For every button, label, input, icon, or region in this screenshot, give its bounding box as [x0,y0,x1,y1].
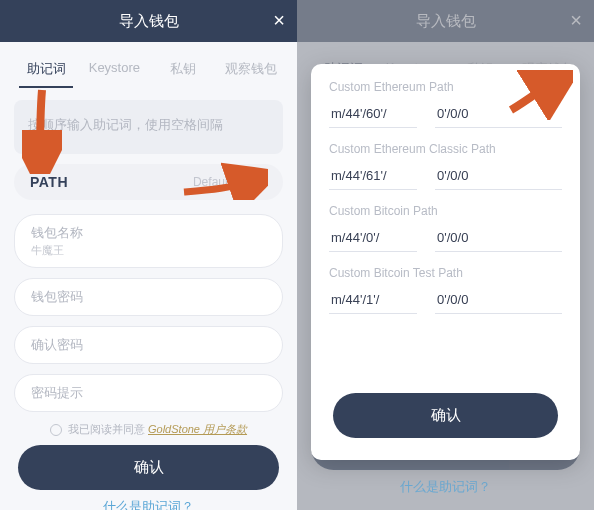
terms-link[interactable]: GoldStone 用户条款 [148,423,247,435]
form: 按顺序输入助记词，使用空格间隔 PATH Default Path › 钱包名称… [0,92,297,510]
path-label: PATH [30,174,68,190]
path-suffix-input[interactable]: 0'/0/0 [435,100,562,128]
modal-confirm-button[interactable]: 确认 [333,393,558,438]
wallet-password-field[interactable]: 钱包密码 [14,278,283,316]
path-prefix-input[interactable]: m/44'/61'/ [329,162,417,190]
confirm-button[interactable]: 确认 [18,445,279,490]
close-icon[interactable]: × [273,10,285,30]
header: 导入钱包 × [0,0,297,42]
phone-left: 导入钱包 × 助记词 Keystore 私钥 观察钱包 按顺序输入助记词，使用空… [0,0,297,510]
path-prefix-input[interactable]: m/44'/0'/ [329,224,417,252]
mnemonic-input[interactable]: 按顺序输入助记词，使用空格间隔 [14,100,283,154]
path-selector[interactable]: PATH Default Path › [14,164,283,200]
wallet-name-field[interactable]: 钱包名称 牛魔王 [14,214,283,268]
path-group-etc: Custom Ethereum Classic Path m/44'/61'/ … [329,142,562,190]
tab-keystore[interactable]: Keystore [80,56,148,86]
path-group-eth: Custom Ethereum Path m/44'/60'/ 0'/0/0 [329,80,562,128]
tab-watch[interactable]: 观察钱包 [217,56,285,86]
password-hint-field[interactable]: 密码提示 [14,374,283,412]
agreement-row: 我已阅读并同意 GoldStone 用户条款 [14,422,283,437]
tab-mnemonic[interactable]: 助记词 [12,56,80,86]
checkbox-icon[interactable] [50,424,62,436]
path-prefix-input[interactable]: m/44'/1'/ [329,286,417,314]
path-suffix-input[interactable]: 0'/0/0 [435,162,562,190]
phone-right: 导入钱包 × 助记词 Keystore 私钥 观察钱包 确认 什么是助记词？ C… [297,0,594,510]
agreement-text: 我已阅读并同意 GoldStone 用户条款 [68,422,247,437]
path-group-btc-test: Custom Bitcoin Test Path m/44'/1'/ 0'/0/… [329,266,562,314]
path-prefix-input[interactable]: m/44'/60'/ [329,100,417,128]
help-link[interactable]: 什么是助记词？ [14,498,283,510]
background-help-link: 什么是助记词？ [297,478,594,496]
tabs: 助记词 Keystore 私钥 观察钱包 [0,42,297,92]
path-suffix-input[interactable]: 0'/0/0 [435,224,562,252]
path-value: Default Path › [193,175,267,189]
tab-privatekey[interactable]: 私钥 [149,56,217,86]
confirm-password-field[interactable]: 确认密码 [14,326,283,364]
path-modal: Custom Ethereum Path m/44'/60'/ 0'/0/0 C… [311,64,580,460]
path-group-btc: Custom Bitcoin Path m/44'/0'/ 0'/0/0 [329,204,562,252]
header-title: 导入钱包 [119,12,179,31]
chevron-right-icon: › [263,175,267,189]
path-suffix-input[interactable]: 0'/0/0 [435,286,562,314]
